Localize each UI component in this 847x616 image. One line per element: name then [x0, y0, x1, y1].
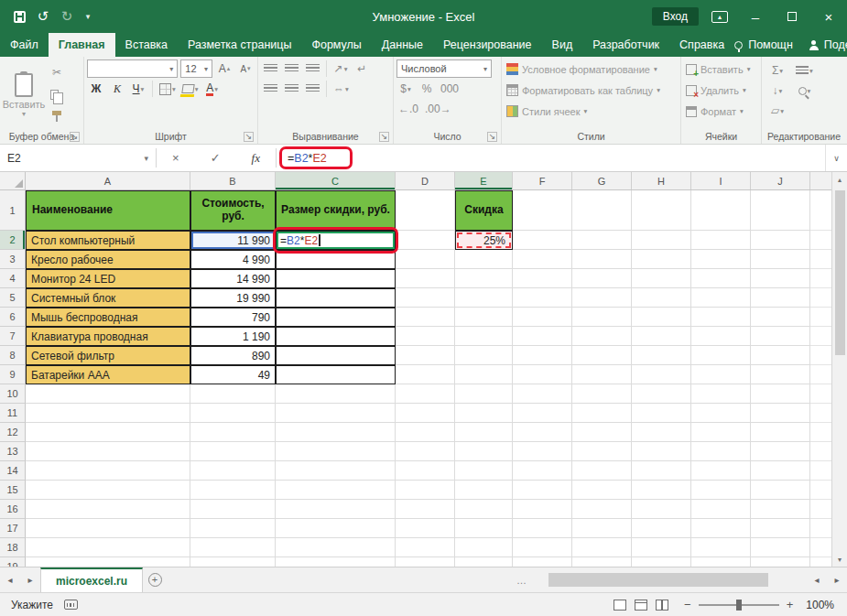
- cell-B8[interactable]: 890: [190, 346, 276, 365]
- cell-C2[interactable]: =B2*E2: [276, 231, 396, 250]
- cell-A4[interactable]: Монитор 24 LED: [26, 269, 190, 288]
- cell-A15[interactable]: [26, 481, 190, 500]
- cell-I1[interactable]: [691, 190, 751, 231]
- cell-D15[interactable]: [396, 481, 455, 500]
- enter-button[interactable]: ✓: [211, 151, 221, 165]
- cell-C5[interactable]: [276, 288, 396, 308]
- zoom-out-button[interactable]: −: [677, 598, 699, 611]
- tab-help[interactable]: Справка: [669, 33, 734, 57]
- cell-F13[interactable]: [513, 442, 572, 461]
- align-center-button[interactable]: [282, 80, 300, 98]
- find-select-button[interactable]: ▾: [794, 81, 815, 100]
- cell-I12[interactable]: [691, 423, 751, 442]
- cell-E11[interactable]: [455, 404, 513, 423]
- cell-E10[interactable]: [455, 384, 513, 404]
- format-as-table-button[interactable]: Форматировать как таблицу▾: [505, 81, 678, 100]
- column-header-G[interactable]: G: [572, 172, 632, 189]
- cell-B6[interactable]: 790: [190, 308, 276, 327]
- cell-F15[interactable]: [513, 481, 572, 500]
- cell-J12[interactable]: [751, 423, 810, 442]
- cell-G3[interactable]: [572, 250, 632, 269]
- cell-B16[interactable]: [190, 500, 276, 519]
- cell-E14[interactable]: [455, 461, 513, 481]
- dialog-launcher-icon[interactable]: ↘: [379, 132, 389, 142]
- cell-E19[interactable]: [455, 557, 513, 567]
- cell-E16[interactable]: [455, 500, 513, 519]
- cell-A9[interactable]: Батарейки AAA: [26, 365, 190, 384]
- cell-I7[interactable]: [691, 327, 751, 346]
- cell-D17[interactable]: [396, 519, 455, 538]
- ribbon-display-options-button[interactable]: ▴: [711, 11, 728, 23]
- format-cells-button[interactable]: Формат▾: [684, 102, 758, 121]
- increase-font-size-button[interactable]: А▴: [215, 59, 233, 78]
- row-header-17[interactable]: 17: [0, 519, 26, 538]
- minimize-button[interactable]: –: [737, 0, 774, 33]
- cell-I5[interactable]: [691, 288, 751, 308]
- increase-decimal-button[interactable]: ←.0: [396, 100, 420, 118]
- cell-B11[interactable]: [190, 404, 276, 423]
- cell-A8[interactable]: Сетевой фильтр: [26, 346, 190, 365]
- cell-C14[interactable]: [276, 461, 396, 481]
- tab-developer[interactable]: Разработчик: [582, 33, 669, 57]
- cell-styles-button[interactable]: Стили ячеек▾: [505, 102, 678, 121]
- autosum-button[interactable]: Σ▾: [768, 61, 787, 80]
- save-button[interactable]: [9, 5, 29, 28]
- cell-J15[interactable]: [751, 481, 810, 500]
- fill-color-button[interactable]: ▾: [180, 80, 201, 98]
- cell-J11[interactable]: [751, 404, 810, 423]
- cell-F3[interactable]: [513, 250, 572, 269]
- cell-H2[interactable]: [632, 231, 691, 250]
- cell-B14[interactable]: [190, 461, 276, 481]
- cell-H16[interactable]: [632, 500, 691, 519]
- macro-record-icon[interactable]: [64, 600, 78, 610]
- scroll-left-button[interactable]: ◂: [807, 567, 827, 592]
- cell-J8[interactable]: [751, 346, 810, 365]
- cell-A16[interactable]: [26, 500, 190, 519]
- cell-J2[interactable]: [751, 231, 810, 250]
- cell-H13[interactable]: [632, 442, 691, 461]
- cell-J18[interactable]: [751, 538, 810, 557]
- cell-H9[interactable]: [632, 365, 691, 384]
- row-header-18[interactable]: 18: [0, 538, 26, 557]
- row-header-4[interactable]: 4: [0, 269, 26, 288]
- cell-H4[interactable]: [632, 269, 691, 288]
- zoom-slider[interactable]: [699, 604, 779, 606]
- cell-J13[interactable]: [751, 442, 810, 461]
- cell-F11[interactable]: [513, 404, 572, 423]
- cell-J5[interactable]: [751, 288, 810, 308]
- cell-H3[interactable]: [632, 250, 691, 269]
- cell-J19[interactable]: [751, 557, 810, 567]
- sort-filter-button[interactable]: ▾: [794, 61, 815, 80]
- cell-G5[interactable]: [572, 288, 632, 308]
- dialog-launcher-icon[interactable]: ↘: [487, 132, 497, 142]
- insert-cells-button[interactable]: Вставить▾: [684, 59, 758, 79]
- cell-H11[interactable]: [632, 404, 691, 423]
- cell-D12[interactable]: [396, 423, 455, 442]
- cell-F12[interactable]: [513, 423, 572, 442]
- cell-F9[interactable]: [513, 365, 572, 384]
- row-header-19[interactable]: 19: [0, 557, 26, 567]
- cell-C3[interactable]: [276, 250, 396, 269]
- vertical-scroll-thumb[interactable]: [835, 190, 845, 355]
- cell-I19[interactable]: [691, 557, 751, 567]
- cell-G7[interactable]: [572, 327, 632, 346]
- cell-B4[interactable]: 14 990: [190, 269, 276, 288]
- format-painter-button[interactable]: [48, 107, 66, 125]
- horizontal-scrollbar[interactable]: [532, 567, 807, 592]
- cell-I2[interactable]: [691, 231, 751, 250]
- cell-F14[interactable]: [513, 461, 572, 481]
- cell-G18[interactable]: [572, 538, 632, 557]
- cell-H7[interactable]: [632, 327, 691, 346]
- row-header-16[interactable]: 16: [0, 500, 26, 519]
- row-header-9[interactable]: 9: [0, 365, 26, 384]
- close-button[interactable]: ×: [810, 0, 847, 33]
- add-sheet-button[interactable]: +: [143, 567, 167, 592]
- cell-C12[interactable]: [276, 423, 396, 442]
- cell-H8[interactable]: [632, 346, 691, 365]
- cell-J16[interactable]: [751, 500, 810, 519]
- tab-review[interactable]: Рецензирование: [433, 33, 542, 57]
- cell-D2[interactable]: [396, 231, 455, 250]
- column-header-F[interactable]: F: [513, 172, 572, 189]
- copy-button[interactable]: ▾: [48, 85, 66, 103]
- cell-D7[interactable]: [396, 327, 455, 346]
